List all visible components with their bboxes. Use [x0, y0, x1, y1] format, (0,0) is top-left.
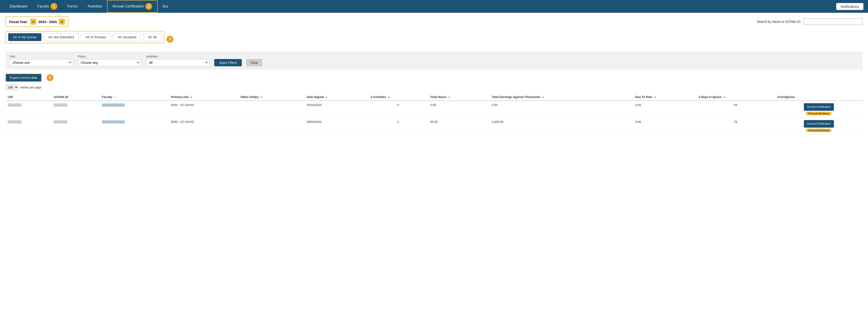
total-earnings-sort-icon[interactable]: ⇅: [542, 96, 544, 99]
tab-ac-in-process[interactable]: AC In Process: [81, 33, 111, 41]
fiscal-prev-button[interactable]: <: [30, 19, 36, 25]
date-signed-sort-icon[interactable]: ⇅: [326, 96, 327, 99]
cell-days-in-queue-1: 76: [696, 117, 775, 134]
cell-due-to-plan-1: 0.00: [633, 117, 696, 134]
form-queue-badge-0[interactable]: Provost Reviewer: [806, 112, 831, 115]
table-row: 0000 - UC DAVIS 09/18/2024 0 0.00 0.00 0…: [5, 101, 863, 117]
tab-ac-all[interactable]: AC All: [143, 33, 161, 41]
cell-primary-unit-1: 0000 - UC DAVIS: [169, 117, 238, 134]
nav-tics[interactable]: tics: [158, 0, 173, 13]
unit-label: Unit:: [9, 55, 73, 58]
cell-form-queue-1[interactable]: Annual Certification Provost Reviewer: [775, 117, 863, 134]
search-row: Search by Name or UCPath ID:: [757, 19, 863, 25]
policy-filter-group: Policy: Choose any: [78, 55, 142, 66]
search-label: Search by Name or UCPath ID:: [757, 20, 801, 24]
cell-form-queue-0[interactable]: Annual Certification Provost Reviewer: [775, 101, 863, 117]
nav-activities[interactable]: Activities: [83, 0, 107, 13]
nav-faculty[interactable]: Faculty 1: [32, 0, 62, 13]
clear-filters-button[interactable]: Clear: [246, 59, 262, 66]
form-queue-cell-0: Annual Certification Provost Reviewer: [777, 103, 860, 115]
total-hours-sort-icon[interactable]: ⇅: [448, 96, 450, 99]
search-input[interactable]: [803, 19, 863, 25]
form-queue-cell-1: Annual Certification Provost Reviewer: [777, 120, 860, 132]
col-total-earnings: Total Earnings Against Thresholds ⇅: [490, 93, 633, 101]
entries-label: entries per page: [20, 86, 41, 89]
activities-select[interactable]: All: [146, 59, 210, 66]
cell-due-to-plan-0: 0.00: [633, 101, 696, 117]
notifications-button[interactable]: Notifications: [836, 3, 863, 10]
cell-total-earnings-1: 4,000.00: [490, 117, 633, 134]
due-to-plan-sort-icon[interactable]: ⇅: [654, 96, 656, 99]
cell-other-units-1: [238, 117, 304, 134]
fiscal-next-button[interactable]: >: [59, 19, 65, 25]
cell-uid-1: [5, 117, 52, 134]
cell-date-signed-0: 09/18/2024: [305, 101, 368, 117]
unit-filter-group: Unit: Choose one: [9, 55, 73, 66]
activities-filter-group: Activities: All: [146, 55, 210, 66]
main-content: Fiscal Year: < 2023 - 2024 > Search by N…: [0, 13, 868, 138]
table-header-row: UID UCPath ID Faculty ▲ Primary Unit ⇅ O…: [5, 93, 863, 101]
entries-per-page-select[interactable]: 100: [5, 85, 18, 90]
nav-forms[interactable]: Forms: [62, 0, 83, 13]
col-date-signed: Date Signed ⇅: [305, 93, 368, 101]
cell-faculty-1[interactable]: [100, 117, 169, 134]
fiscal-search-row: Fiscal Year: < 2023 - 2024 > Search by N…: [5, 17, 863, 27]
annotation-badge-1: 1: [51, 3, 57, 10]
col-num-activities: # Activities ⇅: [368, 93, 428, 101]
col-ucpath-id: UCPath ID: [52, 93, 99, 101]
col-uid: UID: [5, 93, 52, 101]
filter-tabs-wrapper: AC In My Queue AC Not Submitted AC In Pr…: [5, 31, 164, 43]
cell-other-units-0: [238, 101, 304, 117]
cell-primary-unit-0: 0000 - UC DAVIS: [169, 101, 238, 117]
fiscal-year-label: Fiscal Year:: [9, 20, 28, 24]
filters-section: Unit: Choose one Policy: Choose any Acti…: [5, 52, 863, 70]
col-days-in-queue: # Days in Queue ⇅: [696, 93, 775, 101]
annotation-badge-4: 4: [46, 74, 54, 81]
col-primary-unit: Primary Unit ⇅: [169, 93, 238, 101]
tab-ac-in-my-queue[interactable]: AC In My Queue: [8, 33, 41, 41]
annotation-badge-2: 2: [145, 3, 152, 10]
cell-total-hours-1: 96.00: [428, 117, 490, 134]
fiscal-year-value: 2023 - 2024: [38, 20, 57, 24]
entries-row: 100 entries per page: [5, 85, 863, 90]
policy-select[interactable]: Choose any: [78, 59, 142, 66]
other-units-sort-icon[interactable]: ⇅: [260, 96, 262, 99]
form-queue-box-1[interactable]: Annual Certification: [804, 120, 834, 128]
apply-filters-button[interactable]: Apply Filters: [214, 59, 242, 66]
nav-annual-certification[interactable]: Annual Certification 2: [107, 0, 158, 13]
col-form-queue: Form/Queue: [775, 93, 863, 101]
cell-ucpath-0: [52, 101, 99, 117]
cell-uid-0: [5, 101, 52, 117]
cell-total-earnings-0: 0.00: [490, 101, 633, 117]
cell-days-in-queue-0: 64: [696, 101, 775, 117]
data-table: UID UCPath ID Faculty ▲ Primary Unit ⇅ O…: [5, 93, 863, 135]
form-queue-badge-1[interactable]: Provost Reviewer: [806, 129, 831, 132]
export-row: Export current data 4: [5, 74, 863, 82]
col-due-to-plan: Due To Plan ⇅: [633, 93, 696, 101]
table-row: 0000 - UC DAVIS 09/06/2024 2 96.00 4,000…: [5, 117, 863, 134]
col-total-hours: Total Hours ⇅: [428, 93, 490, 101]
cell-total-hours-0: 0.00: [428, 101, 490, 117]
days-in-queue-sort-icon[interactable]: ⇅: [723, 96, 725, 99]
tab-ac-not-submitted[interactable]: AC Not Submitted: [44, 33, 79, 41]
unit-select[interactable]: Choose one: [9, 59, 73, 66]
activities-label: Activities:: [146, 55, 210, 58]
col-faculty: Faculty ▲: [100, 93, 169, 101]
cell-num-activities-1: 2: [368, 117, 428, 134]
policy-label: Policy:: [78, 55, 142, 58]
navbar: Dashboard Faculty 1 Forms Activities Ann…: [0, 0, 868, 13]
cell-faculty-0[interactable]: [100, 101, 169, 117]
export-button[interactable]: Export current data: [5, 74, 42, 82]
navbar-right: Notifications: [836, 3, 863, 10]
num-activities-sort-icon[interactable]: ⇅: [388, 96, 390, 99]
nav-dashboard[interactable]: Dashboard: [5, 0, 32, 13]
primary-unit-sort-icon[interactable]: ⇅: [190, 96, 192, 99]
faculty-sort-icon[interactable]: ▲: [114, 96, 116, 99]
form-queue-box-0[interactable]: Annual Certification: [804, 103, 834, 111]
cell-ucpath-1: [52, 117, 99, 134]
cell-num-activities-0: 0: [368, 101, 428, 117]
cell-date-signed-1: 09/06/2024: [305, 117, 368, 134]
annotation-badge-3: 3: [166, 36, 173, 43]
tab-ac-accepted[interactable]: AC Accepted: [113, 33, 141, 41]
col-other-units: Other Unit(s) ⇅: [238, 93, 304, 101]
